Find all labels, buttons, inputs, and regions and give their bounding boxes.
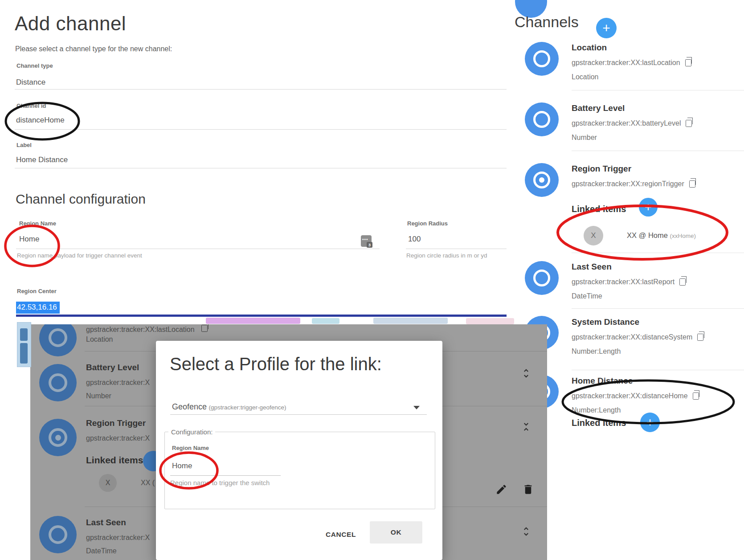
region-name-helper: Region name payload for trigger channel … — [17, 252, 142, 259]
profile-dialog: Select a Profile for the link: Geofence … — [156, 341, 442, 560]
autofill-dots: ••• — [362, 237, 368, 242]
copy-icon[interactable] — [697, 334, 703, 341]
region-name-input[interactable]: Home — [19, 235, 39, 244]
channel-title: Location — [572, 43, 607, 53]
copy-icon[interactable] — [679, 278, 686, 286]
divider — [572, 90, 744, 90]
cancel-button[interactable]: CANCEL — [310, 526, 372, 544]
copy-icon[interactable] — [693, 392, 699, 400]
map-zoom-in-button[interactable] — [20, 328, 28, 341]
channel-title: System Distance — [572, 317, 639, 327]
dialog-title: Select a Profile for the link: — [170, 354, 382, 374]
channel-uid: gpstracker:tracker:XX:lastReport — [572, 278, 686, 286]
add-linked-item-button[interactable]: + — [640, 413, 660, 432]
channel-type-text: DateTime — [572, 292, 602, 300]
edit-icon — [495, 483, 507, 495]
region-name-label: Region Name — [19, 220, 56, 227]
profile-select-detail: (gpstracker:trigger-geofence) — [209, 404, 286, 411]
channel-id-label: Channel id — [16, 102, 46, 109]
copy-icon[interactable] — [689, 180, 695, 188]
region-radius-input[interactable]: 100 — [408, 235, 421, 244]
channel-uid-text: gpstracker:tracker:XX:distanceSystem — [572, 333, 692, 341]
channel-type-text-dim: Number — [86, 392, 111, 400]
reorder-unfold-more-icon — [520, 526, 532, 537]
channel-type-text: Number:Length — [572, 347, 621, 356]
channel-title: Last Seen — [572, 262, 612, 272]
channel-uid-dim: gpstracker:tracker:X — [86, 534, 150, 542]
channel-uid: gpstracker:tracker:XX:distanceSystem — [572, 333, 703, 341]
ok-button[interactable]: OK — [370, 521, 422, 544]
page-subtitle: Please select a channel type for the new… — [15, 45, 172, 53]
region-center-input[interactable]: 42.53,16.16 — [16, 302, 60, 314]
channel-uid: gpstracker:tracker:XX:regionTrigger — [572, 180, 695, 188]
battery-channel-icon — [525, 102, 559, 136]
linked-item-avatar-dim: X — [99, 474, 117, 492]
location-channel-icon-dim — [39, 324, 77, 356]
linked-item-avatar: X — [584, 226, 603, 245]
autofill-extension-icon[interactable]: ••• 3 — [361, 235, 372, 247]
linked-item-label-dim: XX ( — [141, 479, 155, 487]
copy-icon[interactable] — [686, 120, 692, 127]
channel-title: Region Trigger — [572, 164, 631, 174]
channel-uid: gpstracker:tracker:XX:batteryLevel — [572, 119, 692, 127]
channel-uid-dim: gpstracker:tracker:X — [86, 434, 150, 442]
channel-type-label: Channel type — [16, 62, 53, 69]
divider — [572, 308, 744, 309]
dialog-region-name-underline — [170, 475, 281, 476]
channel-id-input[interactable]: distanceHome — [16, 116, 65, 125]
last-seen-channel-icon-dim — [39, 516, 77, 553]
label-underline — [15, 168, 507, 168]
autofill-badge: 3 — [367, 242, 372, 248]
channel-uid-text: gpstracker:tracker:XX:regionTrigger — [572, 180, 684, 188]
map-zoom-control[interactable] — [17, 322, 31, 367]
channel-uid: gpstracker:tracker:XX:lastLocation — [572, 59, 691, 67]
channel-uid-text: gpstracker:tracker:XX:distanceHome — [572, 392, 688, 400]
dialog-region-name-input[interactable]: Home — [172, 462, 192, 470]
linked-items-heading-dim: Linked items — [86, 455, 143, 466]
linked-item-name: XX @ Home — [627, 231, 668, 239]
channel-title-dim: Region Trigger — [86, 418, 146, 428]
battery-channel-icon-dim — [39, 364, 77, 401]
configuration-legend: Configuration: — [168, 428, 215, 436]
channel-type-text: Number — [572, 134, 597, 142]
linked-item-label[interactable]: XX @ Home (xxHome) — [627, 231, 696, 240]
profile-select-underline — [170, 414, 427, 415]
region-radius-helper: Region circle radius in m or yd — [406, 252, 487, 259]
channel-type-value[interactable]: Distance — [16, 78, 45, 87]
linked-items-heading: Linked items — [572, 418, 626, 428]
region-name-underline — [16, 249, 380, 249]
region-radius-label: Region Radius — [407, 220, 448, 227]
annotation-red-ellipse-region-name — [5, 226, 59, 266]
profile-select-value: Geofence — [172, 402, 207, 411]
channel-type-text: Number:Length — [572, 406, 621, 414]
channel-title-dim: Last Seen — [86, 518, 126, 527]
channel-uid: gpstracker:tracker:XX:distanceHome — [572, 392, 699, 400]
map-area-smudge — [373, 318, 448, 324]
add-linked-item-button[interactable]: + — [639, 198, 658, 217]
region-center-focus-underline — [16, 315, 507, 317]
region-trigger-channel-icon — [525, 163, 559, 197]
divider — [572, 370, 744, 370]
chevron-down-icon[interactable] — [413, 406, 420, 409]
add-channel-button[interactable]: + — [596, 18, 617, 38]
channel-uid-text: gpstracker:tracker:XX:lastLocation — [86, 326, 195, 333]
config-heading: Channel configuration — [16, 192, 146, 207]
region-center-label: Region Center — [17, 288, 57, 294]
copy-icon[interactable] — [685, 59, 691, 66]
divider — [572, 151, 744, 151]
profile-select[interactable]: Geofence (gpstracker:trigger-geofence) — [172, 402, 286, 412]
channel-uid-text: gpstracker:tracker:XX:batteryLevel — [572, 119, 681, 127]
channel-type-text: Location — [572, 73, 599, 81]
map-label-smudge — [206, 318, 300, 324]
reorder-unfold-more-icon — [520, 368, 532, 379]
channel-uid-text: gpstracker:tracker:XX:lastReport — [572, 278, 675, 286]
channel-type-underline — [15, 89, 507, 90]
channel-title: Home Distance — [572, 376, 633, 386]
page-title: Add channel — [15, 12, 126, 35]
map-water-smudge — [312, 318, 339, 324]
linked-items-heading: Linked items — [572, 204, 626, 214]
channel-title: Battery Level — [572, 103, 625, 113]
dialog-region-name-helper: Region name to trigger the switch — [170, 479, 270, 486]
label-field-input[interactable]: Home Distance — [16, 155, 68, 164]
map-zoom-out-button[interactable] — [20, 343, 28, 364]
